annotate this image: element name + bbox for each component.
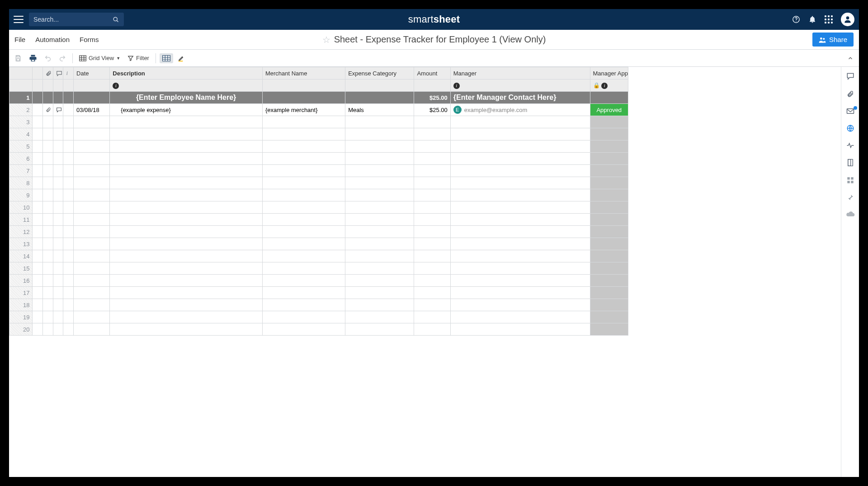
- row-number-header[interactable]: [9, 67, 33, 79]
- apps-panel-icon[interactable]: [847, 177, 854, 184]
- cell-amount[interactable]: $25.00: [414, 104, 450, 116]
- table-row[interactable]: 18: [9, 299, 628, 311]
- table-row[interactable]: 9: [9, 189, 628, 201]
- table-row[interactable]: 16: [9, 275, 628, 287]
- row-number[interactable]: 4: [9, 128, 33, 140]
- row-number[interactable]: 1: [9, 92, 33, 104]
- col-merchant[interactable]: Merchant Name: [262, 67, 345, 79]
- col-description[interactable]: Description: [110, 67, 263, 79]
- info-icon[interactable]: i: [601, 83, 608, 89]
- section-desc[interactable]: {Enter Employee Name Here}: [110, 92, 263, 104]
- table-row[interactable]: 6: [9, 153, 628, 165]
- grid-view-button[interactable]: Grid View ▼: [76, 53, 123, 63]
- row-number[interactable]: 10: [9, 201, 33, 214]
- col-attachment[interactable]: [43, 67, 53, 79]
- cell-category[interactable]: Meals: [345, 104, 414, 116]
- row-number[interactable]: 17: [9, 287, 33, 299]
- apps-icon[interactable]: [825, 15, 833, 23]
- menu-forms[interactable]: Forms: [80, 36, 99, 43]
- lock-icon[interactable]: 🔒: [593, 82, 600, 89]
- col-approval[interactable]: Manager Appr: [590, 67, 628, 79]
- col-expand[interactable]: [33, 67, 43, 79]
- search-icon[interactable]: [113, 16, 119, 23]
- update-requests-icon[interactable]: [846, 108, 854, 114]
- row-number[interactable]: 2: [9, 104, 33, 116]
- cell-date[interactable]: 03/08/18: [74, 104, 110, 116]
- col-info[interactable]: i: [63, 67, 74, 79]
- highlight-icon[interactable]: [175, 53, 188, 64]
- table-row[interactable]: 7: [9, 165, 628, 177]
- table-row[interactable]: 17: [9, 287, 628, 299]
- table-row[interactable]: 10: [9, 201, 628, 214]
- row-number[interactable]: 9: [9, 189, 33, 201]
- attachments-panel-icon[interactable]: [847, 90, 854, 98]
- cell-merchant[interactable]: {example merchant}: [262, 104, 345, 116]
- activity-log-icon[interactable]: [846, 142, 854, 149]
- undo-icon[interactable]: [42, 53, 54, 64]
- row-number[interactable]: 20: [9, 323, 33, 336]
- bell-icon[interactable]: [808, 15, 816, 23]
- section-manager[interactable]: {Enter Manager Contact Here}: [450, 92, 590, 104]
- menu-automation[interactable]: Automation: [35, 36, 70, 43]
- row-number[interactable]: 7: [9, 165, 33, 177]
- col-comment[interactable]: [53, 67, 63, 79]
- row-number[interactable]: 15: [9, 262, 33, 275]
- cloud-icon[interactable]: [846, 211, 855, 217]
- row-number[interactable]: 18: [9, 299, 33, 311]
- table-row[interactable]: 13: [9, 238, 628, 250]
- table-row[interactable]: 3: [9, 116, 628, 128]
- sheet-grid[interactable]: i Date Description Merchant Name Expense…: [9, 67, 841, 477]
- format-grid-icon[interactable]: [160, 53, 173, 63]
- row-number[interactable]: 12: [9, 226, 33, 238]
- pin-icon[interactable]: [847, 194, 854, 201]
- info-icon[interactable]: i: [113, 83, 119, 89]
- cell-desc[interactable]: {example expense}: [110, 104, 263, 116]
- info-icon[interactable]: i: [453, 83, 460, 89]
- share-button[interactable]: Share: [812, 33, 854, 47]
- redo-icon[interactable]: [56, 53, 69, 64]
- save-icon[interactable]: [12, 53, 24, 64]
- help-icon[interactable]: [792, 15, 800, 23]
- table-row[interactable]: 1{Enter Employee Name Here}$25.00{Enter …: [9, 92, 628, 104]
- menu-file[interactable]: File: [14, 36, 25, 43]
- row-number[interactable]: 16: [9, 275, 33, 287]
- col-amount[interactable]: Amount: [414, 67, 450, 79]
- search-input[interactable]: [33, 16, 113, 23]
- attachment-icon[interactable]: [43, 104, 53, 116]
- collapse-toolbar-icon[interactable]: [847, 55, 854, 61]
- publish-icon[interactable]: [846, 124, 854, 132]
- table-row[interactable]: 19: [9, 311, 628, 323]
- table-row[interactable]: 15: [9, 262, 628, 275]
- table-row[interactable]: 20: [9, 323, 628, 336]
- table-row[interactable]: 12: [9, 226, 628, 238]
- print-icon[interactable]: [26, 52, 40, 64]
- cell-manager[interactable]: Eexample@example.com: [450, 104, 590, 116]
- table-row[interactable]: 4: [9, 128, 628, 140]
- row-number[interactable]: 5: [9, 140, 33, 153]
- star-icon[interactable]: ☆: [322, 34, 330, 45]
- table-row[interactable]: 203/08/18{example expense}{example merch…: [9, 104, 628, 116]
- table-row[interactable]: 11: [9, 214, 628, 226]
- row-number[interactable]: 11: [9, 214, 33, 226]
- menu-icon[interactable]: [14, 16, 24, 23]
- col-date[interactable]: Date: [74, 67, 110, 79]
- comments-panel-icon[interactable]: [846, 72, 854, 80]
- row-number[interactable]: 6: [9, 153, 33, 165]
- cell-history-icon[interactable]: [847, 159, 854, 167]
- avatar[interactable]: [841, 13, 854, 26]
- col-category[interactable]: Expense Category: [345, 67, 414, 79]
- table-row[interactable]: 14: [9, 250, 628, 262]
- comment-icon[interactable]: [53, 104, 63, 116]
- row-number[interactable]: 3: [9, 116, 33, 128]
- row-number[interactable]: 19: [9, 311, 33, 323]
- table-row[interactable]: 8: [9, 177, 628, 189]
- cell-approval[interactable]: Approved: [590, 104, 628, 116]
- filter-button[interactable]: Filter: [125, 53, 152, 63]
- row-number[interactable]: 13: [9, 238, 33, 250]
- section-amount[interactable]: $25.00: [414, 92, 450, 104]
- table-row[interactable]: 5: [9, 140, 628, 153]
- search-box[interactable]: [29, 13, 124, 26]
- row-number[interactable]: 8: [9, 177, 33, 189]
- col-manager[interactable]: Manager: [450, 67, 590, 79]
- row-number[interactable]: 14: [9, 250, 33, 262]
